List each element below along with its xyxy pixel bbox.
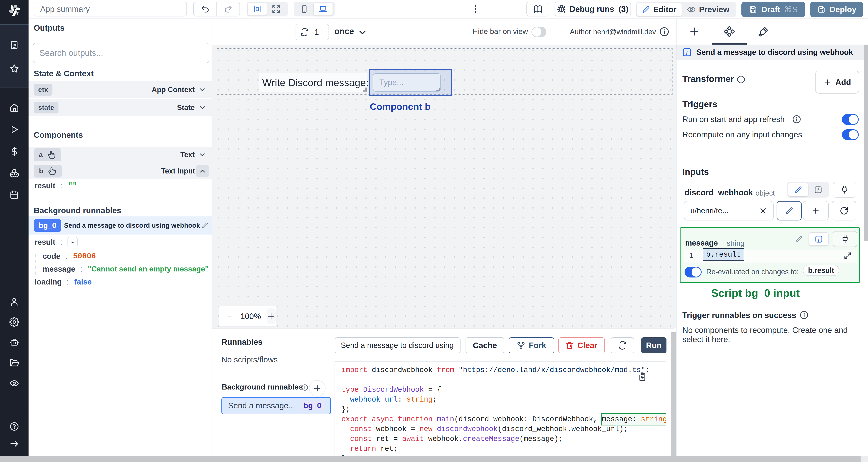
svg-text:f: f bbox=[686, 50, 688, 55]
svg-text:f: f bbox=[818, 237, 820, 241]
svg-text:f: f bbox=[817, 188, 819, 192]
